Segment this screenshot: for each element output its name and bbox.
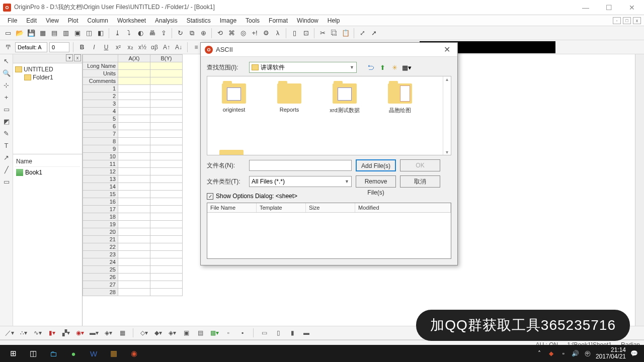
dialog-titlebar[interactable]: O ASCII ✕ <box>201 43 457 57</box>
template-6-icon[interactable]: ▩▾ <box>209 328 220 338</box>
supersub-button[interactable]: x½ <box>137 42 147 52</box>
file-explorer-icon[interactable]: 🗀 <box>43 346 63 361</box>
mdi-minimize[interactable]: - <box>613 17 621 24</box>
decrease-font-button[interactable]: A↓ <box>174 42 184 52</box>
start-button[interactable]: ⊞ <box>3 346 23 361</box>
save-icon[interactable]: 💾 <box>26 28 36 38</box>
row-header[interactable]: 25 <box>83 266 118 274</box>
export-icon[interactable]: ⇪ <box>158 28 169 38</box>
scroll-up-icon[interactable]: ▴ <box>443 76 451 82</box>
menu-file[interactable]: File <box>3 16 22 25</box>
pie-plot-icon[interactable]: ◉▾ <box>74 328 86 338</box>
mask-3-icon[interactable]: ▮ <box>287 328 298 338</box>
menu-statistics[interactable]: Statistics <box>182 16 215 25</box>
minimize-button[interactable]: — <box>579 4 593 12</box>
tray-clock[interactable]: 21:14 2017/04/21 <box>596 347 626 360</box>
open-icon[interactable]: 📂 <box>15 28 25 38</box>
cancel-button[interactable]: 取消 <box>400 175 440 188</box>
menu-analysis[interactable]: Analysis <box>150 16 182 25</box>
cut-icon[interactable]: ✂ <box>317 28 328 38</box>
col-filename[interactable]: File Name <box>207 203 257 212</box>
3d-plot-icon[interactable]: ◈▾ <box>103 328 114 338</box>
template-3-icon[interactable]: ◈▾ <box>167 328 178 338</box>
refresh-icon[interactable]: ↻ <box>175 28 185 38</box>
row-header[interactable]: 3 <box>83 100 118 108</box>
tray-volume-icon[interactable]: 🔊 <box>572 349 580 357</box>
duplicate-icon[interactable]: ⧉ <box>187 28 197 38</box>
word-icon[interactable]: W <box>84 346 104 361</box>
file-browser-scrollbar[interactable]: ▴ ▾ <box>443 76 451 155</box>
zoom-icon[interactable]: ⊕ <box>198 28 208 38</box>
pointer-icon[interactable]: ➚ <box>369 28 379 38</box>
line-tool-icon[interactable]: ╱ <box>2 165 11 174</box>
greek-button[interactable]: αβ <box>149 42 159 52</box>
new-project-icon[interactable]: ▭ <box>3 28 13 38</box>
pe-close-icon[interactable]: x <box>74 54 81 61</box>
tree-folder[interactable]: Folder1 <box>15 73 80 81</box>
new-folder-icon[interactable]: ✳ <box>390 63 399 72</box>
align-left-icon[interactable]: ≡ <box>191 42 201 52</box>
new-workbook-icon[interactable]: ▦ <box>38 28 48 38</box>
code-icon[interactable]: ⌘ <box>226 28 236 38</box>
menu-worksheet[interactable]: Worksheet <box>113 16 150 25</box>
rescale-icon[interactable]: ⤢ <box>357 28 367 38</box>
menu-edit[interactable]: Edit <box>22 16 41 25</box>
book-item[interactable]: Book1 <box>15 167 80 178</box>
import-wizard-icon[interactable]: ◐ <box>135 28 145 38</box>
back-icon[interactable]: ⮌ <box>366 63 375 72</box>
browser-icon[interactable]: ● <box>63 346 84 361</box>
row-header[interactable]: 13 <box>83 175 118 183</box>
mask-2-icon[interactable]: ▯ <box>273 328 284 338</box>
filename-input[interactable] <box>249 160 352 171</box>
template-5-icon[interactable]: ▤ <box>195 328 206 338</box>
folder-item[interactable]: xrd测试数据 <box>327 83 362 114</box>
row-header[interactable]: 20 <box>83 228 118 236</box>
import-multi-icon[interactable]: ⤵ <box>124 28 134 38</box>
paste-icon[interactable]: 📋 <box>341 28 351 38</box>
new-notes-icon[interactable]: ◧ <box>96 28 106 38</box>
pointer-tool-icon[interactable]: ↖ <box>2 56 11 65</box>
line-symbol-icon[interactable]: ∿▾ <box>32 328 43 338</box>
row-header[interactable]: 6 <box>83 123 118 130</box>
col-header-a[interactable]: A(X) <box>118 55 150 62</box>
menu-plot[interactable]: Plot <box>63 16 83 25</box>
origin-taskbar-icon[interactable]: ◉ <box>124 346 144 361</box>
import-single-icon[interactable]: ⤓ <box>112 28 122 38</box>
labtalk-icon[interactable]: ⚙ <box>261 28 271 38</box>
mask-1-icon[interactable]: ▭ <box>259 328 270 338</box>
tray-ime-icon[interactable]: ㊥ <box>584 349 592 357</box>
name-column-header[interactable]: Name <box>15 156 80 167</box>
folder-item[interactable]: origintest <box>216 83 252 113</box>
mask-4-icon[interactable]: ▬ <box>301 328 312 338</box>
row-header[interactable]: 21 <box>83 236 118 243</box>
italic-button[interactable]: I <box>89 42 99 52</box>
script-icon[interactable]: λ <box>273 28 283 38</box>
tray-up-icon[interactable]: ˄ <box>535 349 543 357</box>
column-plot-icon[interactable]: ▮▾ <box>46 328 57 338</box>
text-tool-icon[interactable]: T <box>2 141 11 150</box>
maximize-button[interactable]: ☐ <box>602 4 616 12</box>
row-header[interactable]: 14 <box>83 183 118 191</box>
new-matrix-icon[interactable]: ▣ <box>72 28 83 38</box>
filetype-select[interactable]: All Files (*.*) ▼ <box>249 176 352 187</box>
menu-image[interactable]: Image <box>215 16 241 25</box>
menu-format[interactable]: Format <box>264 16 292 25</box>
menu-column[interactable]: Column <box>83 16 113 25</box>
tree-root[interactable]: UNTITLED <box>15 65 80 73</box>
selection-tool-icon[interactable]: ▭ <box>2 105 11 114</box>
template-2-icon[interactable]: ◆▾ <box>152 328 164 338</box>
scatter-plot-icon[interactable]: ∴▾ <box>18 328 29 338</box>
tray-network-icon[interactable]: ▫ <box>559 349 568 357</box>
col-header-b[interactable]: B(Y) <box>150 55 183 62</box>
new-graph-icon[interactable]: ▥ <box>61 28 71 38</box>
tray-shield-icon[interactable]: ◆ <box>547 349 555 357</box>
app-icon[interactable]: ▦ <box>104 346 124 361</box>
template-8-icon[interactable]: ▪ <box>237 328 248 338</box>
mdi-close[interactable]: x <box>633 17 641 24</box>
worksheet-grid[interactable]: A(X) B(Y) Long Name Units Comments 1 2 3… <box>83 54 183 296</box>
row-header[interactable]: 27 <box>83 281 118 289</box>
copy-icon[interactable]: ⿻ <box>329 28 339 38</box>
row-header[interactable]: 17 <box>83 206 118 213</box>
mdi-restore[interactable]: □ <box>623 17 631 24</box>
font-size-select[interactable] <box>49 42 69 52</box>
